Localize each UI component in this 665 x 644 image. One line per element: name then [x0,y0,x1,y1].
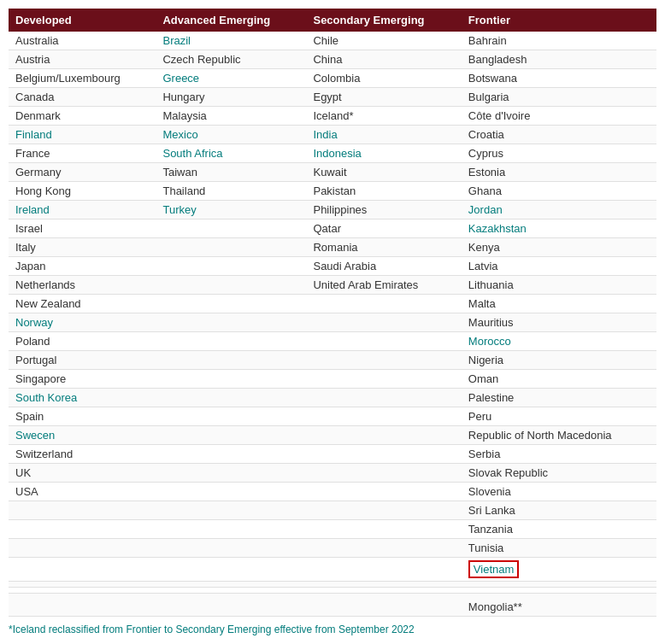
footnote: *Iceland reclassified from Frontier to S… [9,624,656,635]
header-frontier: Frontier [462,9,656,32]
header-secondary-emerging: Secondary Emerging [306,9,461,32]
table-row: Bulgaria [462,88,656,107]
table-row: Swecen [9,426,156,445]
table-row [156,238,306,257]
table-row [156,483,306,501]
empty-row [462,582,656,588]
table-row [156,276,306,295]
table-row: Palestine [462,389,656,407]
empty-cell [156,594,306,617]
table-row: Tanzania [462,520,656,539]
table-row [306,483,461,501]
empty-row [306,588,461,594]
table-row [156,407,306,426]
table-row: Morocco [462,332,656,351]
table-row: Chile [306,32,461,50]
table-row: Tunisia [462,539,656,558]
table-row: New Zealand [9,295,156,313]
table-row: Denmark [9,107,156,126]
table-row: Poland [9,332,156,351]
table-row [306,407,461,426]
table-row: Brazil [156,32,306,50]
table-row: Bangladesh [462,50,656,69]
table-row [9,539,156,558]
table-row [156,370,306,389]
table-row [306,332,461,351]
table-row: Czech Republic [156,50,306,69]
table-row: Malta [462,295,656,313]
table-row: Romania [306,238,461,257]
empty-cell [9,594,156,617]
table-row: Taiwan [156,163,306,182]
table-row: Australia [9,32,156,50]
table-row [306,370,461,389]
table-row [156,501,306,520]
table-row [9,520,156,539]
table-row: South Korea [9,389,156,407]
table-row: Egypt [306,88,461,107]
empty-row [306,582,461,588]
table-row: Serbia [462,445,656,464]
table-row: Nigeria [462,351,656,370]
table-row [306,558,461,582]
table-row [306,520,461,539]
table-row [306,445,461,464]
table-row: India [306,126,461,144]
table-row: Slovenia [462,483,656,501]
table-row [306,295,461,313]
table-row [306,389,461,407]
table-row: Iceland* [306,107,461,126]
table-row [306,464,461,483]
table-row: Sri Lanka [462,501,656,520]
table-row [156,464,306,483]
table-row: Croatia [462,126,656,144]
table-row [9,558,156,582]
table-row: Belgium/Luxembourg [9,69,156,88]
table-row: Israel [9,220,156,238]
table-row: China [306,50,461,69]
table-row [156,539,306,558]
table-row: Indonesia [306,144,461,163]
table-row [156,445,306,464]
table-row [156,220,306,238]
empty-row [462,588,656,594]
table-row: Malaysia [156,107,306,126]
table-row [156,389,306,407]
mongolia-cell: Mongolia** [462,594,656,617]
table-row: Italy [9,238,156,257]
table-row: Portugal [9,351,156,370]
table-row: Kenya [462,238,656,257]
table-row [9,501,156,520]
table-row: Hungary [156,88,306,107]
table-row [306,501,461,520]
table-row: Finland [9,126,156,144]
empty-row [9,588,156,594]
table-row: Mexico [156,126,306,144]
table-row: Oman [462,370,656,389]
table-row: Greece [156,69,306,88]
table-row: Netherlands [9,276,156,295]
header-developed: Developed [9,9,156,32]
table-row: Peru [462,407,656,426]
table-row: Côte d'Ivoire [462,107,656,126]
table-row: Republic of North Macedonia [462,426,656,445]
header-advanced-emerging: Advanced Emerging [156,9,306,32]
table-row: Lithuania [462,276,656,295]
table-row [156,332,306,351]
table-row: Kazakhstan [462,220,656,238]
table-row: United Arab Emirates [306,276,461,295]
table-row [156,295,306,313]
market-classification-table: Developed Advanced Emerging Secondary Em… [9,9,656,635]
table-row: Hong Kong [9,182,156,201]
table-row: Cyprus [462,144,656,163]
table-row: Turkey [156,201,306,220]
table-row: Norway [9,313,156,332]
table-row [156,257,306,276]
table-row [156,313,306,332]
table-row: South Africa [156,144,306,163]
table-row: Qatar [306,220,461,238]
table-row: France [9,144,156,163]
table-row [156,351,306,370]
table-row: Mauritius [462,313,656,332]
table-row: Spain [9,407,156,426]
